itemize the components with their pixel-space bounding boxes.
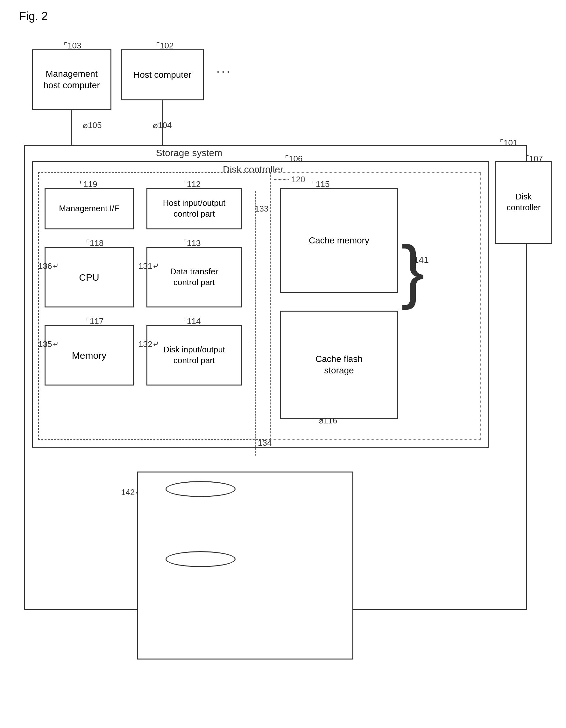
cache-flash-box: Cache flash storage — [280, 311, 398, 419]
ref-134: 134 — [258, 438, 272, 448]
ref-116: ⌀116 — [318, 416, 337, 426]
ref-107: ⌜107 — [525, 154, 543, 164]
fig-label: Fig. 2 — [19, 10, 48, 23]
ref-117: ⌜117 — [86, 316, 104, 326]
data-transfer-box: Data transfer control part — [147, 247, 242, 307]
disk-enclosure-box — [137, 472, 353, 660]
ref-136: 136⤶ — [38, 261, 59, 271]
memory-box: Memory — [45, 325, 134, 386]
management-host-box: Management host computer — [32, 49, 111, 110]
memory-label: Memory — [72, 349, 106, 362]
management-host-label: Management host computer — [43, 68, 100, 91]
cache-flash-label: Cache flash storage — [315, 353, 362, 377]
ref-112: ⌜112 — [183, 179, 201, 189]
data-transfer-label: Data transfer control part — [170, 266, 218, 288]
management-if-box: Management I/F — [45, 188, 134, 229]
cache-memory-box: Cache memory — [280, 188, 398, 293]
disk-controller-107-box: Disk controller — [495, 161, 552, 244]
management-if-label: Management I/F — [59, 203, 119, 214]
ref-102: ⌜102 — [156, 41, 174, 51]
cpu-box: CPU — [45, 247, 134, 307]
ref-103: ⌜103 — [64, 41, 81, 51]
ref-106: ⌜106 — [285, 154, 302, 164]
ref-132: 132⤶ — [139, 339, 159, 349]
ref-133: 133 — [255, 204, 269, 214]
host-io-box: Host input/output control part — [147, 188, 242, 229]
ref-141: } 141 — [404, 255, 419, 265]
disk1-top — [166, 481, 236, 497]
cache-memory-label: Cache memory — [309, 235, 369, 246]
host-computer-label: Host computer — [133, 69, 191, 81]
ref-120: ┈┈┈ 120 — [274, 175, 305, 184]
ref-101: ⌜101 — [500, 138, 517, 148]
ref-118: ⌜118 — [86, 238, 104, 248]
disk-io-box: Disk input/output control part — [147, 325, 242, 386]
ref-113: ⌜113 — [183, 238, 201, 248]
cpu-label: CPU — [79, 271, 99, 284]
ref-105: ⌀105 — [83, 120, 102, 130]
ref-131: 131⤶ — [139, 261, 159, 271]
disk-io-label: Disk input/output control part — [163, 344, 225, 366]
storage-system-label: Storage system — [156, 148, 222, 158]
line-133 — [255, 191, 256, 456]
ref-115: ⌜115 — [312, 179, 329, 189]
host-io-label: Host input/output control part — [163, 198, 226, 220]
disk-controller-107-label: Disk controller — [507, 191, 541, 213]
ref-119: ⌜119 — [80, 179, 97, 189]
ref-135: 135⤶ — [38, 339, 59, 349]
host-computer-box: Host computer — [121, 49, 204, 100]
top-dots: ... — [217, 62, 232, 76]
disk2-top — [166, 551, 236, 567]
ref-114: ⌜114 — [183, 316, 201, 326]
